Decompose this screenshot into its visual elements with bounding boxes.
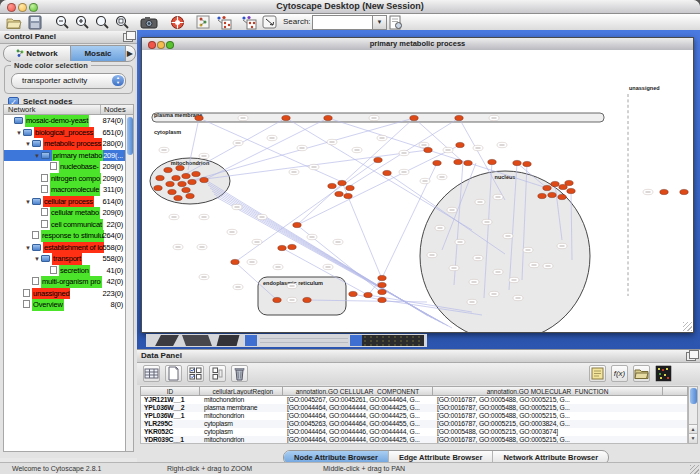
table-row[interactable]: YKR052Ccytoplasm[GO:0044464, GO:0044446,… xyxy=(141,428,687,436)
unselect-attributes-icon[interactable] xyxy=(209,365,226,382)
zoom-fit-icon[interactable] xyxy=(114,15,130,30)
delete-attribute-icon[interactable] xyxy=(231,365,248,382)
column-grid-icon[interactable] xyxy=(143,365,160,382)
network-node[interactable] xyxy=(538,193,546,198)
network-node[interactable] xyxy=(383,170,391,175)
network-node[interactable] xyxy=(156,175,164,180)
network-node[interactable] xyxy=(328,183,336,188)
tree-row[interactable]: ▼metabolic process280(0) xyxy=(4,138,125,150)
network-node[interactable] xyxy=(338,180,346,185)
network-node[interactable] xyxy=(182,173,190,178)
new-attribute-icon[interactable] xyxy=(165,365,182,382)
network-node[interactable] xyxy=(456,142,464,147)
network-node[interactable] xyxy=(188,179,196,184)
network-node[interactable] xyxy=(186,193,194,198)
network-node[interactable] xyxy=(543,185,551,190)
float-panel-icon[interactable] xyxy=(686,352,696,361)
network-canvas-svg[interactable]: plasma membranemitochondrionnucleusendop… xyxy=(142,50,693,332)
tree-row[interactable]: ▼transport558(0) xyxy=(4,253,125,265)
network-node[interactable] xyxy=(344,193,352,198)
attribute-matrix-icon[interactable] xyxy=(655,365,672,382)
network-node[interactable] xyxy=(454,159,462,164)
tree-row[interactable]: nucleobase-209(0) xyxy=(4,161,125,173)
tree-scrollbar[interactable] xyxy=(126,115,134,452)
network-node[interactable] xyxy=(273,297,281,302)
tree-row[interactable]: response to stimulu264(0) xyxy=(4,230,125,242)
network-node[interactable] xyxy=(176,165,184,170)
tree-row[interactable]: Overview8(0) xyxy=(4,299,125,311)
network-node[interactable] xyxy=(335,191,343,196)
network-node[interactable] xyxy=(523,161,531,166)
tab-network[interactable]: Network xyxy=(4,46,70,61)
notes-icon[interactable] xyxy=(589,365,606,382)
table-row[interactable]: YPL036W__2plasma membrane[GO:0044464, GO… xyxy=(141,404,687,412)
help-icon[interactable] xyxy=(170,15,186,30)
tree-row[interactable]: unassigned223(0) xyxy=(4,288,125,300)
network-node[interactable] xyxy=(303,297,311,302)
network-edge[interactable] xyxy=(286,118,472,230)
tree-row[interactable]: cell communicat22(0) xyxy=(4,219,125,231)
network-node[interactable] xyxy=(174,195,182,200)
data-table-scrollbar[interactable]: ▲ ▼ xyxy=(688,386,698,444)
select-attributes-icon[interactable] xyxy=(187,365,204,382)
tree-row[interactable]: ▼cellular process614(0) xyxy=(4,196,125,208)
table-row[interactable]: YJR121W__1mitochondrion[GO:0045267, GO:0… xyxy=(141,396,687,404)
network-overview-icon[interactable] xyxy=(196,15,212,30)
table-row[interactable]: YLR295Ccytoplasm[GO:0045263, GO:0044464,… xyxy=(141,420,687,428)
tab-mosaic[interactable]: Mosaic xyxy=(70,46,126,61)
network-node[interactable] xyxy=(565,180,573,185)
tree-row[interactable]: nitrogen compo209(0) xyxy=(4,173,125,185)
table-row[interactable]: YDR039C__1mitochondrion[GO:0044464, GO:0… xyxy=(141,436,687,444)
network-node[interactable] xyxy=(282,115,290,120)
network-node[interactable] xyxy=(364,292,372,297)
table-row[interactable]: YPL036W__1mitochondrion[GO:0044464, GO:0… xyxy=(141,412,687,420)
network-node[interactable] xyxy=(154,185,162,190)
function-builder-icon[interactable]: f(x) xyxy=(611,365,628,382)
tree-scrollbar-thumb[interactable] xyxy=(127,117,133,155)
network-node[interactable] xyxy=(378,275,386,280)
annotation-export-icon[interactable] xyxy=(240,15,256,30)
tree-row[interactable]: mosaic-demo-yeast874(0) xyxy=(4,115,125,127)
network-node[interactable] xyxy=(378,297,386,302)
column-header[interactable]: annotation.GO CELLULAR_COMPONENT xyxy=(283,386,433,396)
zoom-in-icon[interactable] xyxy=(74,15,90,30)
network-node[interactable] xyxy=(349,291,357,296)
vizmapper-icon[interactable] xyxy=(262,15,278,30)
network-node[interactable] xyxy=(567,188,575,193)
import-attributes-icon[interactable] xyxy=(633,365,650,382)
scroll-down-arrow[interactable]: ▼ xyxy=(689,433,697,443)
network-node[interactable] xyxy=(195,115,203,120)
network-node[interactable] xyxy=(293,222,301,227)
tree-row[interactable]: ▼primary metabo209(... xyxy=(4,150,125,162)
column-header[interactable]: annotation.GO MOLECULAR_FUNCTION xyxy=(433,386,663,396)
network-node[interactable] xyxy=(558,194,566,199)
network-edge[interactable] xyxy=(297,118,414,225)
network-node[interactable] xyxy=(374,157,382,162)
network-node[interactable] xyxy=(200,177,208,182)
column-header[interactable]: _cellularLayoutRegion xyxy=(200,386,283,396)
network-node[interactable] xyxy=(464,160,472,165)
network-node[interactable] xyxy=(660,189,668,194)
network-node[interactable] xyxy=(410,115,418,120)
tree-row[interactable]: secretion41(0) xyxy=(4,265,125,277)
view-resize-grip[interactable] xyxy=(683,322,692,331)
network-node[interactable] xyxy=(455,115,463,120)
network-node[interactable] xyxy=(192,171,200,176)
tree-row[interactable]: ▼establishment of lo558(0) xyxy=(4,242,125,254)
column-header[interactable]: ID xyxy=(140,386,200,396)
zoom-selected-icon[interactable] xyxy=(94,15,110,30)
network-node[interactable] xyxy=(168,189,176,194)
network-node[interactable] xyxy=(182,187,190,192)
network-node[interactable] xyxy=(178,181,186,186)
network-node[interactable] xyxy=(488,159,496,164)
search-dropdown-button[interactable]: ▼ xyxy=(372,15,387,30)
tree-row[interactable]: multi-organism pro42(0) xyxy=(4,276,125,288)
zoom-out-icon[interactable] xyxy=(54,15,70,30)
network-node[interactable] xyxy=(288,244,296,249)
network-node[interactable] xyxy=(551,181,559,186)
search-config-icon[interactable] xyxy=(388,15,404,30)
network-node[interactable] xyxy=(231,259,239,264)
network-node[interactable] xyxy=(513,160,521,165)
network-node[interactable] xyxy=(378,289,386,294)
network-node[interactable] xyxy=(378,282,386,287)
